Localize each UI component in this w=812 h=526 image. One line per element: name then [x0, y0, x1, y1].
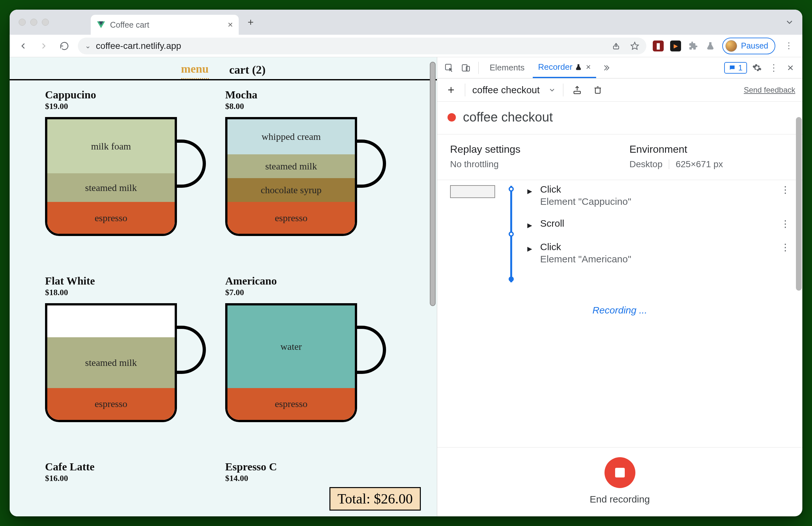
recording-title: coffee checkout — [463, 110, 553, 124]
scrollbar-thumb[interactable] — [796, 117, 802, 291]
product-name: Flat White — [45, 275, 212, 287]
inspect-icon[interactable] — [443, 61, 456, 75]
new-tab-button[interactable]: + — [243, 14, 259, 30]
extensions-menu-icon[interactable] — [687, 41, 698, 51]
cup-handle-icon — [176, 139, 206, 188]
product-name: Espresso C — [225, 461, 392, 473]
product-card[interactable]: Flat White $18.00 espressosteamed milk — [45, 275, 212, 455]
env-device: Desktop — [629, 159, 663, 169]
throttling-value[interactable]: No throttling — [450, 159, 610, 169]
bookmark-icon[interactable] — [630, 42, 639, 50]
tab-elements[interactable]: Elements — [484, 57, 530, 78]
devtools-menu-icon[interactable]: ⋮ — [767, 61, 781, 75]
svg-rect-8 — [595, 88, 600, 93]
cup-layer: milk foam — [47, 119, 175, 173]
cup-handle-icon — [357, 139, 386, 188]
product-card[interactable]: Americano $7.00 espressowater — [225, 275, 392, 455]
site-nav: menu cart (2) — [10, 57, 437, 80]
cup-handle-icon — [357, 326, 386, 374]
recording-select-label: coffee checkout — [472, 85, 540, 95]
close-tab-icon[interactable]: × — [228, 20, 233, 30]
recording-select[interactable]: coffee checkout — [472, 85, 556, 95]
close-devtools-icon[interactable]: × — [784, 61, 797, 75]
nav-cart-link[interactable]: cart (2) — [229, 63, 266, 79]
address-bar[interactable]: ⌄ coffee-cart.netlify.app — [78, 37, 646, 54]
product-card[interactable]: Mocha $8.00 espressochocolate syrupsteam… — [225, 89, 392, 269]
url-text: coffee-cart.netlify.app — [96, 41, 181, 51]
product-name: Americano — [225, 275, 392, 287]
more-tabs-icon[interactable] — [599, 61, 613, 75]
total-chip[interactable]: Total: $26.00 — [330, 487, 421, 511]
recording-indicator-icon — [448, 113, 456, 122]
coffee-cup[interactable]: espressowater — [225, 303, 386, 422]
chrome-menu-icon[interactable]: ⋮ — [782, 39, 796, 53]
step-menu-icon[interactable]: ⋮ — [781, 218, 790, 229]
expand-icon[interactable]: ▸ — [527, 219, 535, 230]
svg-marker-3 — [631, 42, 639, 49]
delete-icon[interactable] — [591, 83, 605, 97]
cup-layer: espresso — [47, 202, 175, 234]
step-detail: Element "Americano" — [540, 254, 631, 265]
recorder-step[interactable]: ▸ Click Element "Cappucino" ⋮ — [527, 184, 793, 207]
product-name: Cafe Latte — [45, 461, 212, 473]
extension-icon[interactable]: ▸ — [670, 41, 681, 51]
coffee-cup[interactable]: espressosteamed milk — [45, 303, 206, 422]
share-icon[interactable] — [612, 42, 621, 50]
svg-rect-7 — [574, 91, 580, 93]
steps-area: ▸ Click Element "Cappucino" ⋮ ▸ Scroll ⋮… — [437, 180, 802, 447]
coffee-cup[interactable]: espressochocolate syrupsteamed milkwhipp… — [225, 117, 386, 236]
reload-button[interactable] — [57, 39, 71, 53]
profile-paused-pill[interactable]: Paused — [722, 37, 775, 54]
step-menu-icon[interactable]: ⋮ — [781, 241, 790, 253]
replay-settings-label: Replay settings — [450, 144, 610, 155]
recorder-step[interactable]: ▸ Scroll ⋮ — [527, 218, 793, 230]
devtools-tabs: Elements Recorder × 1 ⋮ × — [437, 57, 802, 78]
site-info-icon[interactable]: ⌄ — [85, 42, 91, 50]
timeline — [505, 184, 518, 282]
browser-tab[interactable]: Coffee cart × — [91, 15, 239, 35]
recorder-step[interactable]: ▸ Click Element "Americano" ⋮ — [527, 241, 793, 265]
nav-menu-link[interactable]: menu — [181, 62, 209, 79]
product-price: $7.00 — [225, 288, 392, 297]
settings-icon[interactable] — [750, 61, 764, 75]
close-tab-icon[interactable]: × — [586, 62, 591, 72]
step-detail: Element "Cappucino" — [540, 196, 631, 207]
export-icon[interactable] — [570, 83, 584, 97]
expand-icon[interactable]: ▸ — [527, 243, 535, 254]
step-menu-icon[interactable]: ⋮ — [781, 184, 790, 195]
tab-search-icon[interactable] — [782, 15, 797, 29]
tab-strip: Coffee cart × + — [10, 10, 802, 35]
forward-button[interactable] — [37, 39, 51, 53]
coffee-cup[interactable]: espressosteamed milkmilk foam — [45, 117, 206, 236]
screenshot-thumb[interactable] — [450, 185, 495, 198]
device-toggle-icon[interactable] — [459, 61, 473, 75]
minimize-window-icon[interactable] — [30, 19, 37, 26]
new-recording-button[interactable]: + — [444, 83, 458, 97]
labs-icon[interactable] — [705, 41, 716, 51]
menu-grid: Cappucino $19.00 espressosteamed milkmil… — [10, 80, 437, 516]
expand-icon[interactable]: ▸ — [527, 185, 535, 196]
send-feedback-link[interactable]: Send feedback — [744, 86, 795, 94]
product-card[interactable]: Cafe Latte $16.00 — [45, 461, 212, 516]
extension-icon[interactable]: ▮ — [653, 41, 664, 51]
page-scrollbar[interactable] — [430, 60, 436, 514]
product-price: $8.00 — [225, 102, 392, 111]
messages-badge[interactable]: 1 — [724, 62, 747, 74]
messages-count: 1 — [738, 63, 742, 72]
cup-layer: steamed milk — [47, 173, 175, 202]
end-recording-button[interactable] — [605, 457, 635, 488]
browser-window: Coffee cart × + ⌄ coffee-cart.netlify.ap… — [10, 10, 802, 516]
close-window-icon[interactable] — [19, 19, 26, 26]
devtools-scrollbar[interactable] — [796, 78, 802, 516]
scrollbar-thumb[interactable] — [430, 62, 436, 306]
product-card[interactable]: Cappucino $19.00 espressosteamed milkmil… — [45, 89, 212, 269]
zoom-window-icon[interactable] — [42, 19, 49, 26]
devtools-panel: Elements Recorder × 1 ⋮ × + — [437, 57, 802, 516]
browser-toolbar: ⌄ coffee-cart.netlify.app ▮ ▸ Paused ⋮ — [10, 35, 802, 57]
cup-layer: whipped cream — [228, 119, 355, 154]
step-action: Scroll — [540, 218, 564, 229]
tab-recorder[interactable]: Recorder × — [533, 57, 596, 78]
chevron-down-icon — [548, 86, 556, 94]
cup-layer: espresso — [47, 388, 175, 420]
back-button[interactable] — [16, 39, 30, 53]
